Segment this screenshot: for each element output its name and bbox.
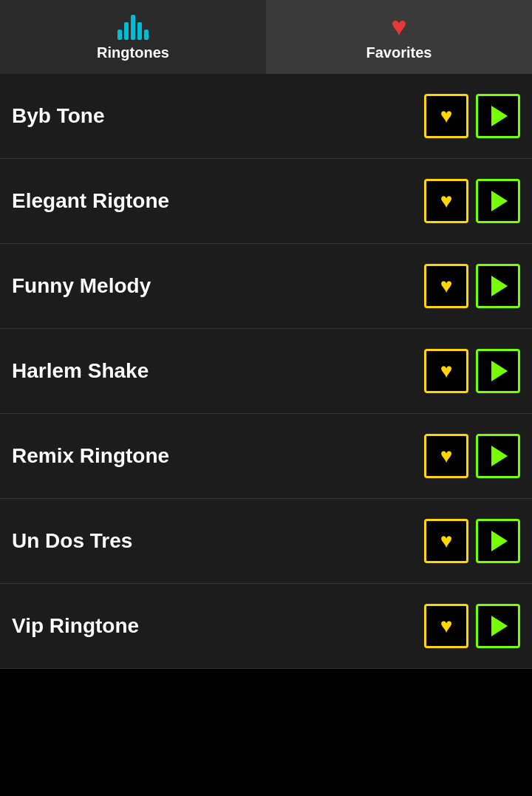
bottom-area — [0, 669, 532, 796]
ringtone-actions: ♥ — [424, 519, 520, 563]
heart-icon: ♥ — [440, 614, 453, 638]
favorite-button[interactable]: ♥ — [424, 604, 468, 648]
ringtone-item: Vip Ringtone♥ — [0, 584, 532, 669]
ringtone-actions: ♥ — [424, 94, 520, 138]
play-button[interactable] — [476, 264, 520, 308]
heart-icon: ♥ — [440, 444, 453, 468]
ringtone-item: Elegant Rigtone♥ — [0, 159, 532, 244]
favorite-button[interactable]: ♥ — [424, 519, 468, 563]
ringtone-name: Byb Tone — [12, 104, 104, 128]
play-icon — [491, 446, 508, 466]
heart-icon: ♥ — [440, 104, 453, 128]
ringtone-name: Harlem Shake — [12, 359, 149, 383]
play-button[interactable] — [476, 94, 520, 138]
tab-ringtones[interactable]: Ringtones — [0, 0, 266, 74]
tab-favorites-label: Favorites — [366, 44, 432, 61]
ringtone-name: Funny Melody — [12, 274, 151, 298]
heart-icon: ♥ — [440, 189, 453, 213]
sound-wave-icon — [117, 13, 149, 40]
play-icon — [491, 276, 508, 296]
heart-icon: ♥ — [440, 274, 453, 298]
ringtone-list: Byb Tone♥Elegant Rigtone♥Funny Melody♥Ha… — [0, 74, 532, 669]
ringtone-actions: ♥ — [424, 179, 520, 223]
play-button[interactable] — [476, 434, 520, 478]
play-icon — [491, 531, 508, 551]
favorite-button[interactable]: ♥ — [424, 94, 468, 138]
ringtone-item: Byb Tone♥ — [0, 74, 532, 159]
ringtone-item: Harlem Shake♥ — [0, 329, 532, 414]
favorite-button[interactable]: ♥ — [424, 179, 468, 223]
tab-ringtones-label: Ringtones — [97, 44, 169, 61]
ringtone-name: Vip Ringtone — [12, 614, 139, 638]
favorites-heart-icon: ♥ — [391, 13, 406, 40]
ringtone-name: Elegant Rigtone — [12, 189, 169, 213]
favorite-button[interactable]: ♥ — [424, 264, 468, 308]
ringtone-actions: ♥ — [424, 604, 520, 648]
favorite-button[interactable]: ♥ — [424, 349, 468, 393]
ringtone-item: Remix Ringtone♥ — [0, 414, 532, 499]
ringtone-actions: ♥ — [424, 434, 520, 478]
ringtone-item: Un Dos Tres♥ — [0, 499, 532, 584]
tab-favorites[interactable]: ♥ Favorites — [266, 0, 532, 74]
ringtone-actions: ♥ — [424, 264, 520, 308]
play-button[interactable] — [476, 349, 520, 393]
favorite-button[interactable]: ♥ — [424, 434, 468, 478]
play-icon — [491, 361, 508, 381]
play-icon — [491, 106, 508, 126]
tab-bar: Ringtones ♥ Favorites — [0, 0, 532, 74]
play-icon — [491, 191, 508, 211]
heart-icon: ♥ — [440, 529, 453, 553]
ringtone-name: Un Dos Tres — [12, 529, 132, 553]
play-button[interactable] — [476, 179, 520, 223]
play-button[interactable] — [476, 519, 520, 563]
ringtone-actions: ♥ — [424, 349, 520, 393]
heart-icon: ♥ — [440, 359, 453, 383]
play-icon — [491, 616, 508, 636]
ringtone-item: Funny Melody♥ — [0, 244, 532, 329]
play-button[interactable] — [476, 604, 520, 648]
ringtone-name: Remix Ringtone — [12, 444, 169, 468]
